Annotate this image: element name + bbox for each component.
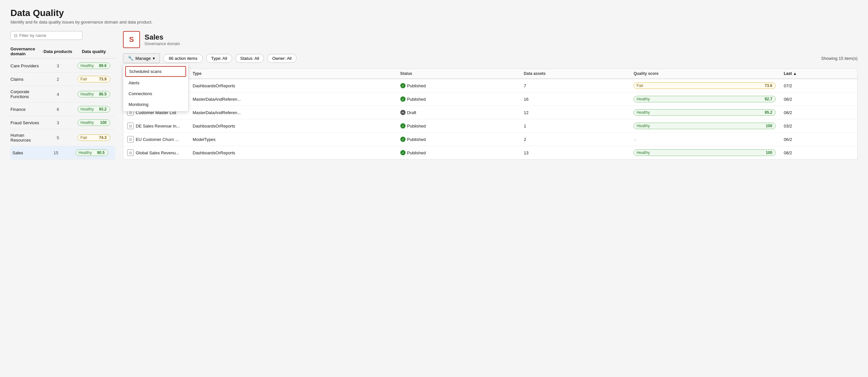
- assets-cell: 1: [520, 119, 630, 133]
- domain-row[interactable]: Claims 2 Fair 73.9: [10, 72, 115, 86]
- table-row[interactable]: ⊡ Customer Master List MasterDataAndRefe…: [123, 106, 857, 119]
- product-name: DE Sales Revenue In...: [136, 124, 180, 128]
- quality-badge: Healthy 90.5: [75, 150, 108, 156]
- quality-score-cell: Healthy 95.2: [629, 106, 780, 119]
- quality-label: Fair: [81, 77, 87, 82]
- table-row[interactable]: ⊡ DE Sales Revenue In... DashboardsOrRep…: [123, 119, 857, 133]
- quality-score-cell: Healthy 92.7: [629, 93, 780, 106]
- quality-label: Healthy: [79, 150, 92, 155]
- domain-name: Claims: [10, 77, 43, 82]
- domain-row[interactable]: Corporate Functions 4 Healthy 86.5: [10, 86, 115, 103]
- quality-badge: Healthy 100: [633, 123, 776, 129]
- domain-table-header: Governance domain ↑ Data products Data q…: [10, 44, 115, 59]
- manage-dropdown-container: 🔧 Manage ▾ Scheduled scansAlertsConnecti…: [123, 53, 160, 63]
- domain-quality: Fair 74.3: [72, 134, 115, 141]
- product-type-cell: MasterDataAndReferen...: [189, 93, 396, 106]
- quality-label: Healthy: [81, 107, 94, 112]
- table-row[interactable]: ⊡ Global Sales Revenu... DashboardsOrRep…: [123, 146, 857, 160]
- col-type-header: Type: [189, 69, 396, 79]
- table-header-row: Type Status Data assets Quality score La…: [123, 69, 857, 79]
- assets-cell: 12: [520, 106, 630, 119]
- assets-cell: 16: [520, 93, 630, 106]
- domain-row[interactable]: Sales 15 Healthy 90.5: [10, 146, 115, 160]
- col-products-header: Data products: [43, 49, 72, 54]
- product-icon: ⊡: [127, 123, 134, 129]
- assets-cell: 13: [520, 146, 630, 160]
- quality-badge: Healthy 100: [78, 119, 110, 126]
- filter-input[interactable]: [19, 33, 79, 38]
- quality-label: Fair: [81, 135, 87, 140]
- manage-button[interactable]: 🔧 Manage ▾: [123, 53, 160, 63]
- domain-row[interactable]: Fraud Services 3 Healthy 100: [10, 116, 115, 129]
- quality-score: 95.2: [765, 110, 772, 115]
- action-items-button[interactable]: 86 action items: [163, 54, 203, 63]
- dropdown-item[interactable]: Scheduled scans: [125, 66, 186, 77]
- domain-row[interactable]: Finance 6 Healthy 93.2: [10, 103, 115, 116]
- quality-score: 93.2: [99, 107, 106, 112]
- table-row[interactable]: ⊡ EU Customer Churn ... ModelTypes ✓ Pub…: [123, 133, 857, 146]
- domain-name: Sales: [12, 150, 41, 155]
- sales-domain-label: Governance domain: [145, 41, 180, 46]
- domain-quality: Healthy 93.2: [72, 106, 115, 113]
- filter-input-wrap[interactable]: ⊡: [10, 31, 83, 40]
- domain-row[interactable]: Care Providers 3 Healthy 89.6: [10, 59, 115, 72]
- domain-products: 2: [43, 77, 72, 82]
- quality-label: Healthy: [637, 97, 650, 101]
- dropdown-item[interactable]: Alerts: [123, 77, 188, 88]
- domain-name: Finance: [10, 107, 43, 112]
- quality-badge: Healthy 92.7: [633, 96, 776, 102]
- assets-cell: 7: [520, 79, 630, 93]
- domain-quality: Healthy 89.6: [72, 62, 115, 69]
- quality-label: Healthy: [637, 150, 650, 155]
- status-filter-pill[interactable]: Status: All: [236, 54, 264, 63]
- last-date-cell: 03/2: [780, 119, 857, 133]
- data-table-body: ⊡ DashboardsOrReports DashboardsOrReport…: [123, 79, 857, 159]
- status-label: Draft: [407, 110, 416, 115]
- owner-filter-pill[interactable]: Owner: All: [267, 54, 296, 63]
- published-icon: ✓: [400, 137, 406, 142]
- assets-cell: 2: [520, 133, 630, 146]
- quality-badge: Healthy 93.2: [78, 106, 110, 113]
- status-label: Published: [407, 137, 426, 142]
- left-panel: ⊡ Governance domain ↑ Data products Data…: [10, 31, 115, 160]
- product-type-cell: ModelTypes: [189, 133, 396, 146]
- data-table-wrapper: Type Status Data assets Quality score La…: [123, 68, 858, 160]
- type-filter-pill[interactable]: Type: All: [206, 54, 232, 63]
- sales-title: Sales: [145, 33, 180, 41]
- quality-score: 89.6: [99, 63, 106, 68]
- quality-badge: Healthy 89.6: [78, 62, 110, 69]
- quality-score-cell: --: [629, 133, 780, 146]
- quality-score: 74.3: [99, 135, 106, 140]
- draft-icon: ✏: [400, 110, 406, 115]
- data-table-head: Type Status Data assets Quality score La…: [123, 69, 857, 79]
- chevron-down-icon: ▾: [153, 56, 155, 61]
- product-type-cell: DashboardsOrReports: [189, 119, 396, 133]
- table-row[interactable]: ⊡ MasterDataAndReferen... MasterDataAndR…: [123, 93, 857, 106]
- product-status-cell: ✓ Published: [396, 119, 520, 133]
- quality-badge: Healthy 86.5: [78, 91, 110, 97]
- quality-dash: --: [633, 137, 637, 142]
- filter-icon: ⊡: [14, 33, 17, 38]
- last-date-cell: 07/2: [780, 79, 857, 93]
- quality-score-cell: Healthy 100: [629, 146, 780, 160]
- right-panel: S Sales Governance domain 🔧 Manage ▾ Sch…: [123, 31, 858, 160]
- col-domain-header: Governance domain: [10, 46, 40, 56]
- page-title: Data Quality: [10, 8, 858, 18]
- table-row[interactable]: ⊡ DashboardsOrReports DashboardsOrReport…: [123, 79, 857, 93]
- data-table: Type Status Data assets Quality score La…: [123, 69, 857, 159]
- quality-badge: Fair 74.3: [78, 134, 110, 141]
- col-quality-header: Data quality: [72, 49, 115, 54]
- domain-quality: Healthy 90.5: [71, 150, 113, 156]
- last-date-cell: 06/2: [780, 133, 857, 146]
- domain-quality: Healthy 100: [72, 119, 115, 126]
- domain-row[interactable]: Human Resources 5 Fair 74.3: [10, 129, 115, 146]
- quality-label: Fair: [637, 83, 643, 88]
- quality-score-cell: Fair 73.6: [629, 79, 780, 93]
- sales-title-group: Sales Governance domain: [145, 33, 180, 46]
- dropdown-item[interactable]: Monitoring: [123, 99, 188, 110]
- dropdown-item[interactable]: Connections: [123, 88, 188, 99]
- quality-score: 73.6: [765, 83, 772, 88]
- product-status-cell: ✓ Published: [396, 133, 520, 146]
- product-status-cell: ✓ Published: [396, 79, 520, 93]
- quality-score: 92.7: [765, 97, 772, 101]
